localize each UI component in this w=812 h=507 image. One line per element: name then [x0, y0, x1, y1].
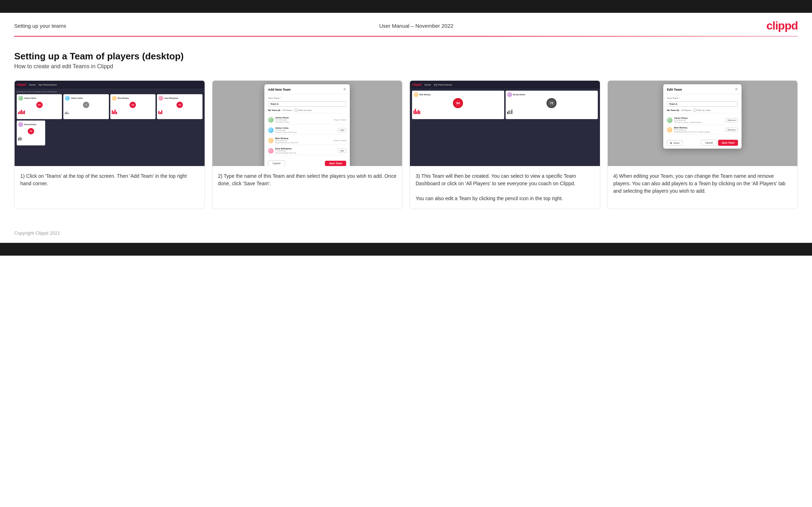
ss4-body: Team Name * My Team (2) All Players Filt…: [663, 94, 742, 138]
header: Setting up your teams User Manual – Nove…: [0, 13, 812, 36]
ss2-dialog-body: Team Name * My Team (2) All Players Filt…: [264, 94, 350, 158]
ss3-bar: [508, 110, 510, 114]
ss1-nav-teams: My Performance: [38, 84, 57, 86]
ss2-player-details-2: Adrian Colba 1.5 HandicapCentral London …: [275, 127, 297, 133]
ss3-avatar-1: [413, 92, 418, 97]
ss2-dialog-header: Add New Team ✕: [264, 84, 350, 94]
ss4-team-name-input[interactable]: [667, 101, 738, 107]
card-4: Edit Team ✕ Team Name * My Team (2) All …: [607, 80, 798, 209]
card-2-text: 2) Type the name of this Team and then s…: [212, 166, 402, 209]
ss4-remove-player-1-button[interactable]: Remove: [725, 118, 738, 122]
ss3-bar: [415, 109, 416, 114]
ss1-avatar-4: [158, 96, 163, 101]
ss2-dialog-title: Add New Team: [268, 88, 291, 91]
ss2-team-name-input[interactable]: [268, 101, 346, 107]
card-3: clippd Home My Performance Blair McHarg: [410, 80, 600, 209]
ss4-player-avatar-2: [667, 127, 673, 133]
ss4-player-avatar-1: [667, 117, 673, 123]
ss1-player-name-1: Adrian Collins: [24, 97, 36, 99]
ss1-player-name-4: Dave Billingham: [164, 97, 178, 99]
ss4-save-button[interactable]: Save Team: [718, 140, 738, 146]
ss4-player-row-2: Blair McHarg Plus HandicapRoyal North De…: [667, 125, 738, 135]
ss2-player-list: Adrian Player Plus HandicapThe Shire Lon…: [268, 116, 346, 155]
ss2-player-info-3: Blair McHarg Plus HandicapRoyal North De…: [268, 137, 298, 144]
ss1-bar: [21, 138, 22, 140]
ss1-player-header-4: Dave Billingham: [158, 96, 201, 101]
ss2-player-row-2: Adrian Colba 1.5 HandicapCentral London …: [268, 126, 346, 135]
ss4-player-list: Adrian Player Plus HandicapThe Shire Lon…: [667, 116, 738, 135]
ss3-bar: [416, 111, 417, 114]
ss2-save-button[interactable]: Save Team: [325, 161, 346, 166]
ss4-remove-player-2-button[interactable]: Remove: [725, 128, 738, 132]
ss1-bar: [66, 112, 67, 114]
screenshot-2-mockup: Add New Team ✕ Team Name * My Team (2) A…: [212, 81, 402, 166]
ss2-player-details-4: Dave Billingham 1.5 HandicapThe Dog Magi…: [275, 148, 296, 154]
ss1-bar: [112, 110, 113, 114]
ss1-bars-2: [65, 109, 107, 114]
ss4-player-row-1: Adrian Player Plus HandicapThe Shire Lon…: [667, 116, 738, 125]
ss1-score-3: 94: [130, 102, 136, 108]
copyright-text: Copyright Clippd 2021: [14, 230, 60, 236]
ss3-topbar: clippd Home My Performance: [410, 81, 600, 89]
bottom-bar: [0, 243, 812, 256]
ss4-dialog: Edit Team ✕ Team Name * My Team (2) All …: [663, 84, 742, 149]
ss1-player-card-2: Adrian Collins 0: [63, 94, 109, 119]
ss1-bar: [22, 111, 23, 114]
ss4-delete-button[interactable]: 🗑 Delete: [667, 140, 682, 146]
ss2-player-club-2: 1.5 HandicapCentral London Golf Centre: [275, 129, 297, 133]
screenshot-3-mockup: clippd Home My Performance Blair McHarg: [410, 81, 600, 166]
ss1-bar: [116, 112, 117, 114]
ss2-close-icon: ✕: [343, 87, 346, 92]
card-2: Add New Team ✕ Team Name * My Team (2) A…: [212, 80, 403, 209]
ss2-player-info-2: Adrian Colba 1.5 HandicapCentral London …: [268, 127, 297, 133]
cards-row: clippd Home My Performance Showing 5 out…: [14, 80, 798, 209]
ss3-bar: [507, 112, 508, 114]
ss1-bar: [68, 113, 69, 114]
ss1-player-name-5: Richard Butler: [24, 123, 36, 126]
ss4-filter-checkbox[interactable]: [694, 109, 696, 112]
ss2-filter-checkbox[interactable]: [295, 109, 297, 112]
ss1-nav-home: Home: [29, 84, 36, 86]
ss1-score-4: 78: [176, 102, 183, 108]
page-content: Setting up a Team of players (desktop) H…: [0, 47, 812, 227]
ss2-add-player-4-button[interactable]: Add: [338, 149, 347, 153]
ss1-bar: [115, 110, 116, 114]
ss4-delete-label: Delete: [673, 142, 679, 144]
top-bar: [0, 0, 812, 13]
ss3-nav-performance: My Performance: [434, 84, 452, 86]
ss2-cancel-button[interactable]: Cancel: [268, 160, 285, 166]
ss1-bars-4: [158, 109, 201, 114]
ss1-player-card-4: Dave Billingham 78: [157, 94, 202, 119]
ss3-bar: [419, 111, 420, 114]
card-4-text: 4) When editing your Team, you can chang…: [608, 166, 798, 209]
ss2-player-row-4: Dave Billingham 1.5 HandicapThe Dog Magi…: [268, 146, 346, 155]
ss4-player-details-2: Blair McHarg Plus HandicapRoyal North De…: [674, 127, 711, 133]
ss1-player-card-3: Blair McHarg 94: [110, 94, 155, 119]
ss2-tab-myteam[interactable]: My Team (2): [268, 109, 280, 111]
ss1-player-name-2: Adrian Collins: [71, 97, 83, 99]
card-1-screenshot: clippd Home My Performance Showing 5 out…: [15, 81, 205, 166]
card-2-screenshot: Add New Team ✕ Team Name * My Team (2) A…: [212, 81, 402, 166]
ss1-avatar-3: [112, 96, 117, 101]
footer: Copyright Clippd 2021: [0, 227, 812, 243]
ss1-player-card-1: Adrian Collins 84: [17, 94, 62, 119]
ss4-tab-myteam[interactable]: My Team (2): [667, 109, 679, 111]
ss3-player-name-2: Richard Butler: [513, 94, 525, 96]
ss2-team-name-label: Team Name *: [268, 97, 346, 99]
ss2-player-avatar-2: [268, 127, 274, 133]
ss2-add-player-2-button[interactable]: Add: [338, 128, 347, 132]
ss2-player-status-3: Player Added: [334, 139, 347, 142]
ss4-cancel-button[interactable]: Cancel: [701, 140, 717, 146]
ss1-bar: [21, 110, 22, 114]
card-3-text: 3) This Team will then be created. You c…: [410, 166, 600, 209]
ss1-player-name-3: Blair McHarg: [118, 97, 129, 99]
ss4-tab-allplayers[interactable]: All Players: [681, 109, 691, 111]
ss3-bar: [511, 110, 512, 114]
ss1-player-card-5: Richard Butler 72: [17, 121, 45, 145]
ss1-avatar-2: [65, 96, 70, 101]
ss2-tab-allplayers[interactable]: All Players: [282, 109, 292, 111]
ss1-score-5: 72: [28, 128, 34, 134]
ss1-logo: clippd: [17, 83, 26, 86]
ss3-bars-2: [507, 109, 596, 114]
ss1-bar: [18, 138, 19, 140]
